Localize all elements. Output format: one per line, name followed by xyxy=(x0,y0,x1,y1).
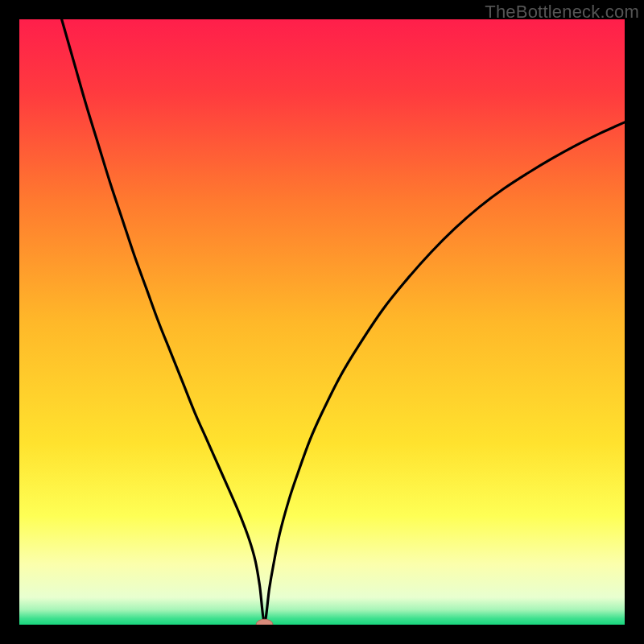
plot-area xyxy=(19,19,625,625)
gradient-background xyxy=(19,19,625,625)
chart-svg xyxy=(19,19,625,625)
chart-frame: TheBottleneck.com xyxy=(0,0,644,644)
watermark-text: TheBottleneck.com xyxy=(485,2,639,23)
